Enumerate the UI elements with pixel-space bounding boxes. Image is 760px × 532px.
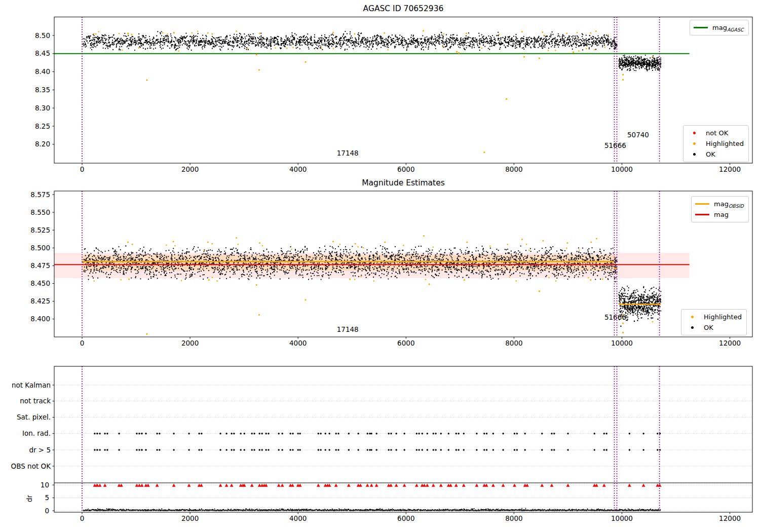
obsid-annotation: 17148 [337,149,359,157]
legend-marker-swatch [685,316,699,318]
flag-category-label: Ion. rad. [22,429,51,437]
legend-entry: OK [685,322,742,333]
legend-label: OK [704,324,713,331]
legend-marker-swatch [687,142,701,145]
legend-line-swatch [694,27,708,28]
svg-text:8.400: 8.400 [30,315,50,323]
svg-text:6000: 6000 [397,514,414,522]
svg-text:10000: 10000 [611,514,633,522]
flag-category-label: dr > 5 [29,446,51,454]
legend-entry: Highlighted [685,312,742,322]
svg-text:10: 10 [41,481,49,489]
svg-text:10000: 10000 [611,165,633,173]
svg-text:12000: 12000 [719,165,741,173]
svg-text:8.45: 8.45 [35,49,50,57]
svg-text:4000: 4000 [289,165,307,173]
legend-entry: not OK [687,128,744,138]
obsid-annotation: 50740 [627,131,649,139]
svg-text:5: 5 [45,493,49,502]
svg-text:6000: 6000 [397,165,414,173]
svg-text:8.25: 8.25 [35,122,50,130]
legend-marker-swatch [685,326,699,329]
chart-canvas: 1714851666507400200040006000800010000120… [0,0,760,532]
legend-label: Highlighted [704,313,742,321]
legend-entry: magOBSID [695,199,744,209]
flag-category-label: Sat. pixel. [17,413,51,421]
legend-marker-swatch [687,132,701,134]
legend-entry: Highlighted [687,138,744,149]
dr-clipped-markers [93,483,662,486]
svg-text:2000: 2000 [181,514,199,522]
svg-text:2000: 2000 [181,165,199,173]
svg-text:10000: 10000 [611,339,633,347]
plot1-title: AGASC ID 70652936 [54,5,752,13]
svg-text:8.40: 8.40 [35,67,50,75]
legend-label: Highlighted [706,140,744,147]
dr-points [83,508,661,511]
plot3-area [54,366,752,512]
svg-text:8.500: 8.500 [30,244,50,252]
svg-text:8.550: 8.550 [30,208,50,216]
plot1-area: 171485166650740 [54,17,690,164]
legend-label: magAGASC [712,24,744,31]
plot2-marker-legend: HighlightedOK [681,309,747,335]
flag-points [94,433,661,451]
svg-text:8.50: 8.50 [35,31,50,40]
plot2-title: Magnitude Estimates [54,179,752,187]
plot1-highlighted-points [146,51,624,154]
svg-text:8.475: 8.475 [30,261,50,270]
svg-text:8.450: 8.450 [30,279,50,287]
svg-text:4000: 4000 [289,514,307,522]
legend-label: OK [706,150,715,158]
legend-label: not OK [706,129,728,137]
svg-text:8.20: 8.20 [35,140,50,148]
plot2-highlighted-points [128,279,624,335]
flag-category-label: not Kalman [12,381,51,389]
dr-axis-label: dr [25,495,33,502]
legend-line-swatch [695,214,709,215]
svg-text:6000: 6000 [397,339,414,347]
flag-category-label: OBS not OK [11,462,52,470]
legend-entry: magAGASC [694,22,744,33]
legend-line-swatch [695,203,709,205]
svg-text:8.575: 8.575 [30,191,50,199]
svg-text:0: 0 [80,514,85,522]
legend-entry: OK [687,149,744,160]
svg-text:12000: 12000 [719,514,741,522]
figure: 1714851666507400200040006000800010000120… [0,0,760,532]
svg-text:8000: 8000 [505,514,522,522]
flag-category-label: not track [20,397,51,405]
legend-label: magOBSID [714,200,744,208]
plot2-line-legend: magOBSIDmag [691,196,749,222]
svg-text:0: 0 [80,165,85,173]
svg-text:12000: 12000 [719,339,741,347]
svg-text:4000: 4000 [289,339,307,347]
legend-label: mag [714,211,729,218]
plot2-area: 171485166650740 [54,191,690,337]
plot1-line-legend: magAGASC [690,20,749,35]
svg-text:8.525: 8.525 [30,226,50,234]
legend-entry: mag [695,209,744,220]
plot1-marker-legend: not OKHighlightedOK [683,125,749,162]
obsid-annotation: 51666 [604,141,626,149]
svg-text:0: 0 [45,507,49,515]
plot1-ok-points [83,31,661,71]
legend-marker-swatch [687,153,701,156]
svg-text:8.425: 8.425 [30,297,50,305]
svg-text:8.30: 8.30 [35,104,50,112]
svg-text:8.35: 8.35 [35,86,50,94]
svg-text:2000: 2000 [181,339,199,347]
svg-text:8000: 8000 [505,339,522,347]
svg-text:0: 0 [80,339,85,347]
svg-text:8000: 8000 [505,165,522,173]
obsid-annotation: 17148 [337,325,359,333]
